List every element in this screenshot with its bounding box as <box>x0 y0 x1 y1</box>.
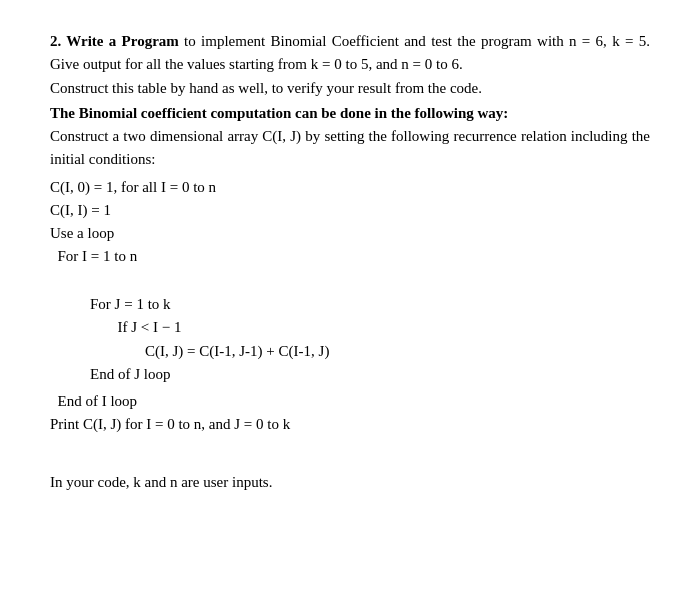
page-container: 2. Write a Program to implement Binomial… <box>30 0 670 524</box>
end-j-loop: End of J loop <box>50 363 650 386</box>
print-line: Print C(I, J) for I = 0 to n, and J = 0 … <box>50 413 650 436</box>
end-i-loop: End of I loop <box>50 390 650 413</box>
loop-body-section: For J = 1 to k If J < I − 1 C(I, J) = C(… <box>50 293 650 386</box>
problem-text: 2. Write a Program to implement Binomial… <box>50 30 650 494</box>
description-text: Construct a two dimensional array C(I, J… <box>50 128 650 167</box>
bold-heading-para: The Binomial coefficient computation can… <box>50 102 650 125</box>
loop-recurrence: C(I, J) = C(I-1, J-1) + C(I-1, J) <box>50 340 650 363</box>
description-para: Construct a two dimensional array C(I, J… <box>50 125 650 172</box>
condition-1: C(I, 0) = 1, for all I = 0 to n <box>50 176 650 199</box>
blank-line-2 <box>50 437 650 454</box>
loop-for-j: For J = 1 to k <box>50 293 650 316</box>
paragraph-1: 2. Write a Program to implement Binomial… <box>50 30 650 77</box>
bold-heading-text: The Binomial coefficient computation can… <box>50 105 508 121</box>
condition-2: C(I, I) = 1 <box>50 199 650 222</box>
condition-3: Use a loop <box>50 222 650 245</box>
paragraph-2: Construct this table by hand as well, to… <box>50 77 650 100</box>
footer-para: In your code, k and n are user inputs. <box>50 471 650 494</box>
blank-line-1 <box>50 273 650 290</box>
condition-4: For I = 1 to n <box>50 245 650 268</box>
construct-note: Construct this table by hand as well, to… <box>50 80 482 96</box>
problem-number: 2. <box>50 33 61 49</box>
write-program-bold: Write a Program <box>61 33 179 49</box>
conditions-section: C(I, 0) = 1, for all I = 0 to n C(I, I) … <box>50 176 650 269</box>
loop-if: If J < I − 1 <box>50 316 650 339</box>
footer-text: In your code, k and n are user inputs. <box>50 474 272 490</box>
